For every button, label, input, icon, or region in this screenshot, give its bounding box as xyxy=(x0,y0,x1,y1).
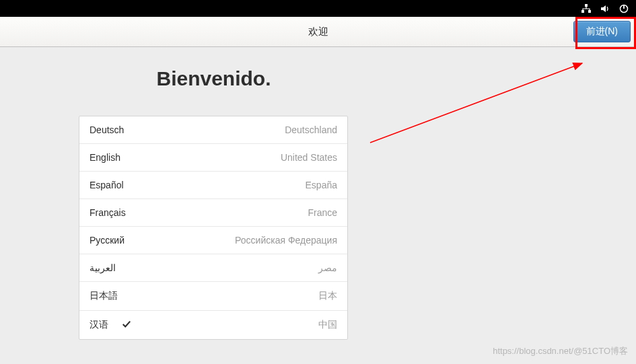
language-country: Российская Федерация xyxy=(235,235,337,246)
header-bar: 欢迎 前进(N) xyxy=(0,17,636,47)
language-name: 汉语 xyxy=(90,319,131,331)
power-icon[interactable] xyxy=(619,3,629,14)
list-item[interactable]: English United States xyxy=(79,144,347,172)
check-icon xyxy=(122,320,131,331)
system-topbar xyxy=(0,0,636,17)
svg-rect-2 xyxy=(588,10,591,13)
language-country: United States xyxy=(281,152,337,163)
list-item[interactable]: Русский Российская Федерация xyxy=(79,227,347,254)
language-list: Deutsch Deutschland English United State… xyxy=(79,116,348,340)
header-title: 欢迎 xyxy=(308,26,328,38)
list-item[interactable]: Deutsch Deutschland xyxy=(79,116,347,144)
language-name: العربية xyxy=(90,262,116,273)
next-button[interactable]: 前进(N) xyxy=(573,21,631,42)
volume-icon[interactable] xyxy=(600,3,610,14)
list-item[interactable]: 日本語 日本 xyxy=(79,282,347,311)
language-country: 日本 xyxy=(318,290,337,302)
language-country: Deutschland xyxy=(285,124,337,135)
language-country: 中国 xyxy=(318,319,337,331)
language-name: English xyxy=(90,152,120,163)
svg-rect-1 xyxy=(581,10,584,13)
language-name: Deutsch xyxy=(90,124,124,135)
language-name: Русский xyxy=(90,235,125,246)
content-area: Bienvenido. Deutsch Deutschland English … xyxy=(0,47,636,364)
network-icon[interactable] xyxy=(581,3,592,14)
svg-rect-0 xyxy=(585,4,588,7)
welcome-heading: Bienvenido. xyxy=(0,67,636,90)
list-item[interactable]: العربية مصر xyxy=(79,254,347,282)
language-name: Français xyxy=(90,207,126,218)
language-country: España xyxy=(306,180,337,190)
language-name: Español xyxy=(90,180,124,190)
language-name: 日本語 xyxy=(90,290,118,302)
next-button-label: 前进(N) xyxy=(586,26,618,38)
language-country: France xyxy=(308,207,337,218)
list-item[interactable]: Français France xyxy=(79,199,347,227)
list-item[interactable]: 汉语 中国 xyxy=(79,311,347,339)
list-item[interactable]: Español España xyxy=(79,172,347,199)
language-country: مصر xyxy=(318,262,337,273)
